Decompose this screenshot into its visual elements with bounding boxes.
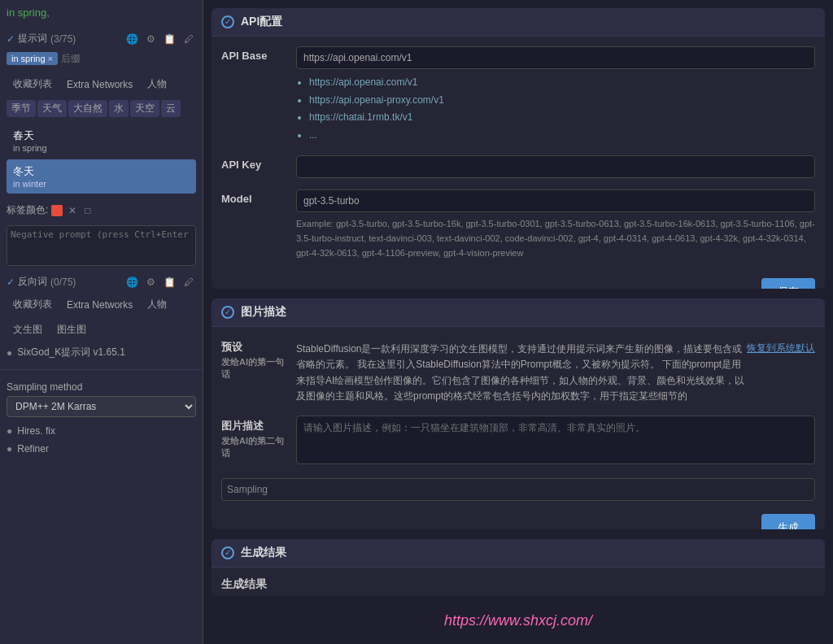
restore-link[interactable]: 恢复到系统默认 [747,342,815,355]
api-panel-icon: ✓ [221,15,234,28]
nav-tabs-2: 收藏列表 Extra Networks 人物 [0,292,203,317]
preset-label-text: 预设 [221,340,286,355]
word-en-winter: in winter [13,179,190,189]
result-panel-header: ✓ 生成结果 [212,539,825,568]
tag-label: in spring [11,54,46,63]
image-desc-input[interactable] [296,416,815,464]
image-desc-panel: ✓ 图片描述 预设 发给AI的第一句话 恢复到系统默认 StableDiffus… [212,298,825,529]
tab2-characters[interactable]: 人物 [141,295,173,314]
word-item-spring[interactable]: 春天 in spring [7,124,196,158]
save-button[interactable]: 保存 [761,278,815,289]
tab2-extra-networks[interactable]: Extra Networks [60,295,139,314]
reverse-label: 反向词 [18,275,47,289]
api-panel-body: API Base https://api.openai.com/v1 https… [212,37,825,289]
tab2-favorites[interactable]: 收藏列表 [7,295,59,314]
negative-prompt-input[interactable] [7,225,196,266]
save-btn-container: 保存 [221,272,815,289]
word-item-winter[interactable]: 冬天 in winter [7,159,196,194]
api-panel-header: ✓ API配置 [212,8,825,37]
label-color-text: 标签颜色: [7,203,48,217]
prompt-header: ✓ 提示词 (3/75) 🌐 ⚙ 📋 🖊 [7,28,196,49]
api-suggestion-4: ... [309,127,815,145]
image-desc-panel-header: ✓ 图片描述 [212,298,825,327]
reverse-globe-icon[interactable]: 🌐 [124,276,141,289]
image-desc-panel-body: 预设 发给AI的第一句话 恢复到系统默认 StableDiffusion是一款利… [212,327,825,529]
cat-nature[interactable]: 大自然 [68,100,107,117]
prompt-label: 提示词 [18,32,47,46]
sampling-placeholder-text: Sampling [227,484,268,495]
sidebar: in spring, ✓ 提示词 (3/75) 🌐 ⚙ 📋 🖊 in sprin… [0,0,203,644]
tab-characters[interactable]: 人物 [141,75,173,94]
color-reset-icon[interactable]: ✕ [66,204,79,217]
label-color-row: 标签颜色: ✕ □ [0,198,203,222]
color-box-red[interactable] [51,205,63,216]
bullet-plugin: ● SixGod_K提示词 v1.65.1 [0,342,203,363]
generate-btn-container: 生成 [221,507,815,529]
api-key-input[interactable] [296,155,815,178]
reverse-settings-icon[interactable]: ⚙ [144,276,158,289]
api-key-row: API Key [221,155,815,178]
reverse-count: (0/75) [50,276,76,288]
sub-tabs: 文生图 图生图 [0,317,203,342]
image-desc-sublabel-text: 发给AI的第二句话 [221,435,286,459]
result-label: 生成结果 [221,577,815,592]
cat-season[interactable]: 季节 [7,100,36,117]
main-content: ✓ API配置 API Base https://api.openai.com/… [203,0,833,644]
sampling-select[interactable]: DPM++ 2M Karras [7,396,196,417]
reverse-title: ✓ 反向词 (0/75) [7,275,120,289]
image-desc-panel-title: 图片描述 [241,305,286,320]
prompt-edit-icon[interactable]: 🖊 [181,33,196,46]
api-base-content: https://api.openai.com/v1 https://api.op… [296,46,815,144]
cat-cloud[interactable]: 云 [161,100,181,117]
reverse-copy-icon[interactable]: 📋 [161,276,178,289]
prompt-globe-icon[interactable]: 🌐 [124,33,141,46]
result-panel: ✓ 生成结果 生成结果 [212,539,825,596]
api-base-row: API Base https://api.openai.com/v1 https… [221,46,815,144]
preset-label: 预设 发给AI的第一句话 [221,337,286,381]
prompt-icons: 🌐 ⚙ 📋 🖊 [124,33,196,46]
api-base-value: https://api.openai.com/v1 [296,46,815,69]
image-desc-label: 图片描述 发给AI的第二句话 [221,416,286,459]
preset-content: 恢复到系统默认 StableDiffusion是一款利用深度学习的文生图模型，支… [296,337,815,404]
word-en-spring: in spring [13,143,190,153]
api-panel: ✓ API配置 API Base https://api.openai.com/… [212,8,825,289]
api-key-label: API Key [221,155,286,171]
watermark-url: https://www.shxcj.com/ [444,612,592,629]
api-base-suggestions: https://api.openai.com/v1 https://api.op… [296,74,815,144]
cat-water[interactable]: 水 [109,100,129,117]
tag-input[interactable] [61,52,183,65]
prompt-title: ✓ 提示词 (3/75) [7,32,120,46]
watermark: https://www.shxcj.com/ [212,606,825,636]
sidebar-top-text: in spring, [0,0,203,25]
generate-button[interactable]: 生成 [761,514,815,529]
preset-text: StableDiffusion是一款利用深度学习的文生图模型，支持通过使用提示词… [296,342,747,404]
preset-sublabel-text: 发给AI的第一句话 [221,356,286,381]
tag-close-icon[interactable]: × [48,54,53,63]
reverse-edit-icon[interactable]: 🖊 [181,276,196,289]
tab-favorites[interactable]: 收藏列表 [7,75,59,94]
cat-sky[interactable]: 天空 [130,100,159,117]
image-desc-panel-icon: ✓ [221,306,234,319]
prompt-section: ✓ 提示词 (3/75) 🌐 ⚙ 📋 🖊 in spring × [0,25,203,72]
api-suggestion-1: https://api.openai.com/v1 [309,74,815,92]
subtab-txt2img[interactable]: 文生图 [7,320,49,339]
cat-weather[interactable]: 天气 [37,100,67,117]
tab-extra-networks[interactable]: Extra Networks [60,75,139,94]
hires-bullet-icon: ● [7,425,12,437]
color-copy-icon[interactable]: □ [82,204,93,217]
hires-fix-label: Hires. fix [17,425,55,437]
tag-in-spring: in spring × [7,52,58,65]
category-grid: 季节 天气 大自然 水 天空 云 [0,97,203,120]
result-panel-title: 生成结果 [241,546,286,560]
prompt-copy-icon[interactable]: 📋 [161,33,178,46]
subtab-img2img[interactable]: 图生图 [50,320,93,339]
preset-text-container: 恢复到系统默认 StableDiffusion是一款利用深度学习的文生图模型，支… [296,342,815,404]
result-panel-icon: ✓ [221,546,234,559]
prompt-settings-icon[interactable]: ⚙ [144,33,158,46]
preset-row: 预设 发给AI的第一句话 恢复到系统默认 StableDiffusion是一款利… [221,337,815,404]
model-content: gpt-3.5-turbo Example: gpt-3.5-turbo, gp… [296,189,815,260]
hires-fix-item: ● Hires. fix [0,422,203,440]
refiner-bullet-icon: ● [7,443,12,455]
reverse-section: ✓ 反向词 (0/75) 🌐 ⚙ 📋 🖊 [0,272,203,292]
nav-tabs-1: 收藏列表 Extra Networks 人物 [0,72,203,97]
